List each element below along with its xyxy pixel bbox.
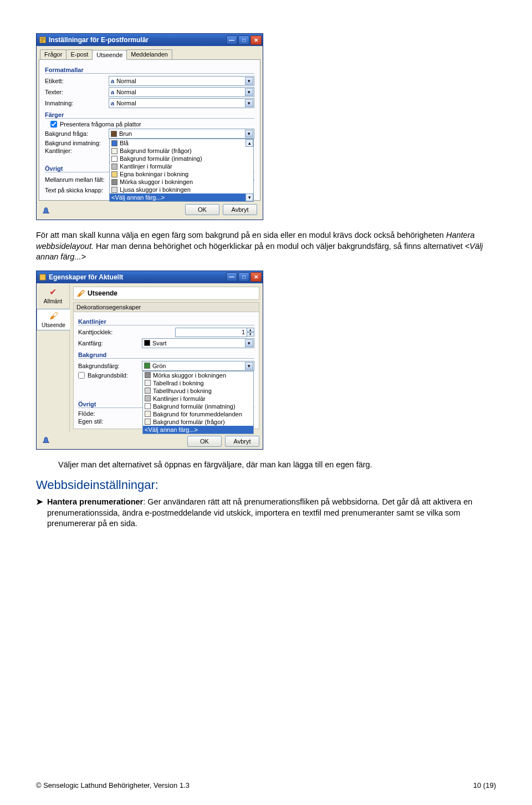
inmatning-combo[interactable]: a Normal ▾: [109, 98, 254, 108]
cancel-button[interactable]: Avbryt: [225, 436, 259, 447]
tab-epost[interactable]: E-post: [66, 49, 93, 59]
chevron-down-icon[interactable]: ▾: [245, 88, 253, 96]
font-a-icon: a: [111, 100, 114, 106]
swatch-icon: [145, 403, 151, 409]
color-option: Bakgrund formulär (frågor): [143, 418, 253, 426]
bakgrund-fraga-label: Bakgrund fråga:: [45, 130, 109, 137]
etikett-combo[interactable]: a Normal ▾: [109, 76, 254, 86]
swatch-icon: [111, 156, 117, 162]
swatch-icon: [144, 363, 150, 369]
color-option: Bakgrund för forummeddelanden: [143, 410, 253, 418]
chevron-down-icon[interactable]: ▾: [245, 362, 253, 370]
tab-utseende[interactable]: Utseende: [92, 50, 127, 60]
section-header-utseende: 🖌 Utseende: [73, 287, 259, 300]
cancel-button[interactable]: Avbryt: [223, 204, 257, 215]
color-option: Kantlinjer i formulär: [110, 162, 253, 170]
paragraph-2: Väljer man det alternativet så öppnas en…: [58, 460, 496, 471]
kantlinjer-label: Kantlinjer:: [45, 147, 109, 154]
color-dropdown-list[interactable]: ▴ Blå Bakgrund formulär (frågor) Bakgrun…: [109, 139, 254, 202]
kantfarg-label: Kantfärg:: [78, 340, 142, 347]
etikett-value: Normal: [116, 78, 136, 84]
color-option: Bakgrund formulär (inmatning): [110, 155, 253, 162]
accordion-dekoration[interactable]: Dekorationsegenskaper: [73, 302, 259, 312]
color-option: Tabellrad i bokning: [143, 379, 253, 387]
group-formatmallar: Formatmallar: [45, 67, 254, 74]
paragraph-1: För att man skall kunna välja en egen fä…: [36, 230, 496, 263]
color-option-selected[interactable]: <Välj annan färg...>: [143, 426, 253, 434]
minimize-button[interactable]: —: [226, 272, 237, 282]
swatch-icon: [145, 380, 151, 386]
swatch-icon: [111, 148, 117, 154]
minimize-button[interactable]: —: [226, 35, 237, 45]
bakgrundsfarg-combo[interactable]: Grön ▾ Mörka skuggor i bokningen Tabellr…: [142, 361, 254, 371]
app-icon: [39, 36, 47, 44]
ok-button[interactable]: OK: [187, 436, 222, 447]
tab-strip: Frågor E-post Utseende Meddelanden: [39, 48, 260, 59]
email-form-settings-window: Inställningar för E-postformulär — □ ✕ F…: [36, 33, 263, 220]
color-option: Blå: [110, 139, 253, 147]
color-option: Ljusa skuggor i bokningen: [110, 186, 253, 193]
window-buttons: — □ ✕: [226, 35, 262, 45]
maximize-button[interactable]: □: [238, 272, 249, 282]
spinner-down-button[interactable]: ▾: [247, 332, 254, 337]
close-button[interactable]: ✕: [250, 272, 262, 282]
swatch-icon: [145, 388, 151, 394]
color-option: Kantlinjer i formulär: [143, 395, 253, 402]
titlebar[interactable]: Inställningar för E-postformulär — □ ✕: [37, 34, 263, 46]
font-a-icon: a: [111, 78, 114, 84]
spinner-up-button[interactable]: ▴: [247, 328, 254, 332]
kantfarg-value: Svart: [152, 340, 167, 347]
chevron-down-icon[interactable]: ▾: [245, 130, 253, 137]
nav-item-allmant[interactable]: ✔ Allmänt: [37, 287, 69, 304]
kanttjocklek-spinner[interactable]: ▴▾: [175, 328, 254, 337]
app-icon: [39, 273, 47, 281]
scroll-down-button[interactable]: ▾: [245, 193, 253, 201]
bg-dropdown-list[interactable]: Mörka skuggor i bokningen Tabellrad i bo…: [142, 371, 254, 434]
chevron-down-icon[interactable]: ▾: [245, 99, 253, 107]
texter-combo[interactable]: a Normal ▾: [109, 87, 254, 97]
ok-button[interactable]: OK: [185, 204, 219, 215]
color-option: Mörka skuggor i bokningen: [110, 178, 253, 186]
swatch-icon: [111, 187, 117, 193]
color-option: Bakgrund formulär (inmatning): [143, 402, 253, 410]
nav-item-utseende[interactable]: 🖌 Utseende: [37, 309, 70, 330]
swatch-icon: [144, 340, 150, 346]
color-option: Mörka skuggor i bokningen: [143, 371, 253, 379]
maximize-button[interactable]: □: [238, 35, 249, 45]
tab-meddelanden[interactable]: Meddelanden: [126, 49, 172, 59]
kantfarg-combo[interactable]: Svart ▾: [142, 338, 254, 348]
chevron-down-icon[interactable]: ▾: [245, 339, 253, 347]
bullet-title: Hantera prenumerationer: [47, 497, 143, 506]
kanttjocklek-label: Kanttjocklek:: [78, 329, 142, 335]
svg-rect-1: [40, 274, 46, 280]
footer-left: © Senselogic Lathund Behörigheter, Versi…: [36, 781, 190, 789]
brush-icon: 🖌: [37, 311, 70, 321]
flode-label: Flöde:: [78, 410, 142, 417]
texter-value: Normal: [116, 89, 136, 95]
heading-webbsideinstallningar: Webbsideinställningar:: [36, 478, 496, 492]
bakgrundsbild-checkbox[interactable]: [78, 372, 85, 379]
inmatning-value: Normal: [116, 100, 136, 106]
color-option: Tabellhuvud i bokning: [143, 387, 253, 395]
tab-fragor[interactable]: Frågor: [40, 49, 66, 59]
dialog-footer-2: OK Avbryt: [37, 432, 263, 449]
swatch-icon: [111, 131, 117, 137]
dialog-footer: OK Avbryt: [39, 201, 260, 217]
scroll-up-button[interactable]: ▴: [245, 139, 253, 147]
bakgrund-fraga-value: Brun: [119, 130, 132, 137]
bullet-hantera-prenumerationer: ➤ Hantera prenumerationer: Ger användare…: [36, 497, 496, 529]
window-title: Egenskaper för Aktuellt: [49, 273, 226, 281]
bakgrund-fraga-combo[interactable]: Brun ▾ ▴ Blå Bakgrund formulär (frågor) …: [109, 129, 254, 139]
color-option-selected[interactable]: <Välj annan färg...>: [110, 193, 253, 201]
titlebar[interactable]: Egenskaper för Aktuellt — □ ✕: [37, 271, 263, 283]
close-button[interactable]: ✕: [250, 35, 262, 45]
properties-aktuellt-window: Egenskaper för Aktuellt — □ ✕ ✔ Allmänt …: [36, 271, 263, 450]
hand-icon: [41, 205, 51, 215]
kanttjocklek-input[interactable]: [175, 328, 247, 337]
chevron-down-icon[interactable]: ▾: [245, 77, 253, 85]
swatch-icon: [145, 419, 151, 425]
swatch-icon: [111, 140, 117, 146]
group-kantlinjer: Kantlinjer: [78, 318, 254, 325]
presentera-checkbox[interactable]: [50, 121, 57, 128]
color-option: Egna bokningar i bokning: [110, 170, 253, 178]
